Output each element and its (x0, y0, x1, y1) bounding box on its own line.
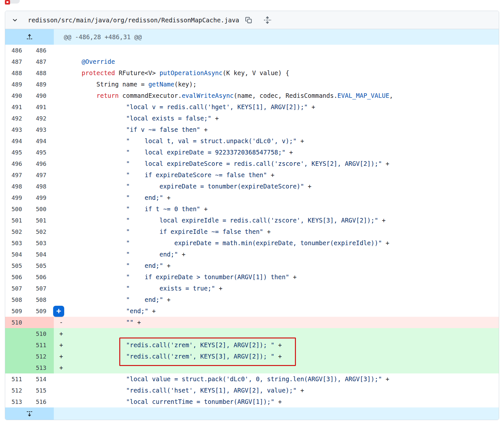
add-comment-button[interactable]: + (53, 306, 64, 317)
new-line-number[interactable]: 508 (29, 294, 54, 305)
new-line-number[interactable]: 487 (29, 56, 54, 67)
old-line-number[interactable]: 499 (5, 192, 29, 203)
hunk-header-text: @@ -486,28 +486,31 @@ (54, 29, 499, 45)
new-line-number[interactable]: 514 (29, 373, 54, 385)
code-segment: " exists = true;" (126, 285, 215, 292)
old-line-number[interactable]: 504 (5, 249, 29, 260)
code-segment (67, 285, 126, 292)
recording-indicator (5, 0, 10, 5)
old-line-number[interactable]: 508 (5, 294, 29, 305)
new-line-number[interactable]: 509 (29, 305, 54, 317)
code-segment (67, 69, 82, 76)
old-line-number[interactable]: 510 (5, 317, 29, 328)
file-collapse-button[interactable] (10, 16, 19, 25)
diff-marker: + (54, 362, 67, 373)
old-line-number[interactable] (5, 339, 29, 351)
old-line-number[interactable]: 503 (5, 237, 29, 249)
new-line-number[interactable]: 497 (29, 169, 54, 181)
new-line-number[interactable]: 513 (29, 362, 54, 373)
new-line-number[interactable]: 506 (29, 271, 54, 283)
old-line-number[interactable]: 502 (5, 226, 29, 237)
diff-marker (54, 260, 67, 271)
new-line-number[interactable]: 500 (29, 203, 54, 215)
new-line-number[interactable]: 515 (29, 385, 54, 396)
expand-up-button[interactable] (5, 29, 54, 45)
old-line-number[interactable] (5, 362, 29, 373)
old-line-number[interactable]: 512 (5, 385, 29, 396)
new-line-number[interactable]: 502 (29, 226, 54, 237)
diff-marker (54, 396, 67, 407)
new-line-number[interactable]: 486 (29, 45, 54, 56)
old-line-number[interactable]: 486 (5, 45, 29, 56)
old-line-number[interactable]: 494 (5, 135, 29, 147)
copy-path-button[interactable] (244, 15, 253, 25)
old-line-number[interactable]: 493 (5, 124, 29, 135)
new-line-number[interactable]: 516 (29, 396, 54, 407)
code-segment: + (297, 387, 304, 394)
new-line-number[interactable]: 495 (29, 147, 54, 158)
old-line-number[interactable]: 507 (5, 283, 29, 294)
new-line-number[interactable]: 492 (29, 113, 54, 124)
old-line-number[interactable] (5, 351, 29, 362)
code-segment: + (163, 194, 170, 201)
diff-marker (54, 124, 67, 135)
old-line-number[interactable]: 488 (5, 67, 29, 79)
diff-file-container: redisson/src/main/java/org/redisson/Redi… (5, 11, 499, 420)
new-line-number[interactable]: 493 (29, 124, 54, 135)
old-line-number[interactable]: 491 (5, 101, 29, 113)
file-path[interactable]: redisson/src/main/java/org/redisson/Redi… (28, 17, 239, 24)
code-segment: evalWriteAsync (182, 92, 234, 99)
old-line-number[interactable] (5, 328, 29, 339)
new-line-number[interactable]: 499 (29, 192, 54, 203)
new-line-number[interactable]: 510 (29, 328, 54, 339)
new-line-number[interactable]: 489 (29, 79, 54, 90)
diff-row-ctx: 508508 " end;" + (5, 294, 499, 305)
old-line-number[interactable]: 496 (5, 158, 29, 169)
new-line-number[interactable]: 498 (29, 181, 54, 192)
new-line-number[interactable]: 490 (29, 90, 54, 101)
new-line-number[interactable]: 488 (29, 67, 54, 79)
old-line-number[interactable]: 501 (5, 215, 29, 226)
code-segment: putOperationAsync (159, 69, 222, 76)
new-line-number[interactable]: 512 (29, 351, 54, 362)
old-line-number[interactable]: 487 (5, 56, 29, 67)
diff-row-ctx: 511514 "local value = struct.pack('dLc0'… (5, 373, 499, 385)
old-line-number[interactable]: 511 (5, 373, 29, 385)
expand-down-button[interactable] (5, 407, 54, 420)
code-segment (67, 398, 126, 405)
new-line-number[interactable] (29, 317, 54, 328)
diff-row-ctx: 513516 "local currentTime = tonumber(ARG… (5, 396, 499, 407)
diff-row-ctx: 502502 " if expireIdle ~= false then" + (5, 226, 499, 237)
old-line-number[interactable]: 506 (5, 271, 29, 283)
code-line: " expireDate = math.min(expireDate, tonu… (67, 237, 499, 249)
old-line-number[interactable]: 490 (5, 90, 29, 101)
new-line-number[interactable]: 511 (29, 339, 54, 351)
new-line-number[interactable]: 491 (29, 101, 54, 113)
old-line-number[interactable]: 497 (5, 169, 29, 181)
new-line-number[interactable]: 505 (29, 260, 54, 271)
code-segment: (key); (174, 81, 197, 88)
old-line-number[interactable]: 513 (5, 396, 29, 407)
code-segment: + (178, 251, 185, 258)
old-line-number[interactable]: 492 (5, 113, 29, 124)
old-line-number[interactable]: 495 (5, 147, 29, 158)
old-line-number[interactable]: 498 (5, 181, 29, 192)
code-line: "redis.call('zrem', KEYS[3], ARGV[2]); "… (67, 351, 499, 362)
new-line-number[interactable]: 504 (29, 249, 54, 260)
old-line-number[interactable]: 489 (5, 79, 29, 90)
code-segment (67, 126, 126, 133)
code-segment: "redis.call('zrem', KEYS[2], ARGV[2]); " (126, 341, 275, 349)
diff-marker (54, 373, 67, 385)
new-line-number[interactable]: 496 (29, 158, 54, 169)
old-line-number[interactable]: 505 (5, 260, 29, 271)
new-line-number[interactable]: 503 (29, 237, 54, 249)
old-line-number[interactable]: 500 (5, 203, 29, 215)
new-line-number[interactable]: 494 (29, 135, 54, 147)
code-segment: + (163, 262, 170, 269)
new-line-number[interactable]: 501 (29, 215, 54, 226)
code-segment: + (297, 137, 304, 144)
old-line-number[interactable]: 509 (5, 305, 29, 317)
code-segment: EVAL_MAP_VALUE (337, 92, 389, 99)
expand-all-button[interactable] (263, 15, 272, 25)
new-line-number[interactable]: 507 (29, 283, 54, 294)
